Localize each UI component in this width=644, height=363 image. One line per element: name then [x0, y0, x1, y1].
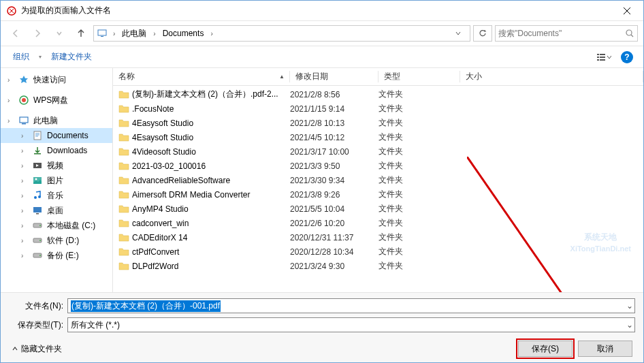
expand-icon[interactable]: › [7, 117, 14, 125]
dropdown-icon[interactable]: ⌄ [626, 301, 633, 311]
file-name: .FocusNote [132, 104, 174, 114]
sidebar-item[interactable]: ›快速访问 [1, 72, 112, 87]
sidebar-item-label: 快速访问 [33, 74, 66, 86]
file-date: 2020/12/31 11:37 [290, 233, 379, 242]
file-row[interactable]: 4Videosoft Studio2021/3/17 10:00文件夹 [113, 144, 643, 159]
svg-rect-6 [597, 57, 599, 58]
expand-icon[interactable]: › [21, 162, 28, 170]
search-input[interactable] [498, 29, 625, 38]
file-list[interactable]: (复制)-新建文本文档 (2)（合并）.pdf-2...2021/2/8 8:5… [113, 86, 643, 292]
file-row[interactable]: (复制)-新建文本文档 (2)（合并）.pdf-2...2021/2/8 8:5… [113, 87, 643, 101]
forward-button[interactable] [28, 25, 47, 42]
breadcrumb-folder[interactable]: Documents [160, 29, 207, 38]
breadcrumb-root[interactable]: 此电脑 [119, 28, 149, 40]
expand-icon[interactable]: › [7, 76, 14, 84]
sidebar-item[interactable]: ›桌面 [1, 203, 112, 218]
file-date: 2021/4/5 10:12 [290, 133, 379, 142]
file-name: 4Videosoft Studio [132, 147, 196, 157]
dropdown-icon[interactable]: ⌄ [626, 320, 633, 330]
expand-icon[interactable]: › [21, 252, 28, 259]
sidebar-item[interactable]: ›Downloads [1, 143, 112, 158]
expand-icon[interactable]: › [21, 192, 28, 200]
recent-button[interactable] [50, 25, 69, 42]
expand-icon[interactable]: › [21, 222, 28, 230]
new-folder-button[interactable]: 新建文件夹 [46, 48, 97, 65]
help-button[interactable]: ? [617, 49, 637, 65]
expand-icon[interactable]: › [21, 132, 28, 140]
file-name: 2021-03-02_100016 [132, 161, 206, 171]
file-row[interactable]: cadconvert_win2021/2/6 10:20文件夹 [113, 216, 643, 230]
file-row[interactable]: ctPdfConvert2020/12/28 10:34文件夹 [113, 244, 643, 259]
column-date[interactable]: 修改日期 [290, 68, 379, 85]
file-date: 2021/3/17 10:00 [290, 147, 379, 157]
file-row[interactable]: CADEditorX 142020/12/31 11:37文件夹 [113, 230, 643, 244]
filetype-value: 所有文件 (*.*) [71, 319, 120, 331]
sidebar-item[interactable]: ›Documents [1, 128, 112, 143]
breadcrumb-dropdown[interactable] [455, 30, 468, 37]
column-headers: 名称▲ 修改日期 类型 大小 [113, 68, 643, 86]
sidebar-item[interactable]: ›此电脑 [1, 113, 112, 128]
file-date: 2021/5/5 10:04 [290, 204, 379, 214]
search-box[interactable] [495, 25, 638, 42]
file-row[interactable]: .FocusNote2021/1/15 9:14文件夹 [113, 101, 643, 116]
file-type: 文件夹 [379, 189, 460, 200]
file-row[interactable]: DLPdf2Word2021/3/24 9:30文件夹 [113, 259, 643, 273]
svg-rect-5 [600, 54, 605, 55]
expand-icon[interactable]: › [21, 147, 28, 155]
organize-menu[interactable]: 组织 [7, 48, 35, 65]
file-type: 文件夹 [379, 131, 460, 143]
search-icon [625, 29, 634, 38]
file-row[interactable]: Aimersoft DRM Media Converter2021/3/8 9:… [113, 187, 643, 202]
file-type: 文件夹 [379, 89, 460, 100]
close-button[interactable] [611, 1, 642, 20]
drive-icon [32, 235, 43, 246]
file-row[interactable]: AnyMP4 Studio2021/5/5 10:04文件夹 [113, 202, 643, 216]
expand-icon[interactable]: › [21, 177, 28, 185]
view-options-button[interactable] [594, 49, 613, 65]
file-type: 文件夹 [379, 174, 460, 186]
refresh-button[interactable] [473, 25, 492, 42]
file-date: 2021/2/8 10:13 [290, 119, 379, 128]
sidebar-item[interactable]: ›图片 [1, 173, 112, 188]
filename-field[interactable]: (复制)-新建文本文档 (2)（合并）-001.pdf ⌄ [67, 298, 635, 313]
file-row[interactable]: 4Easysoft Studio2021/2/8 10:13文件夹 [113, 116, 643, 130]
filename-label: 文件名(N): [9, 300, 63, 312]
toolbar: 组织 ▾ 新建文件夹 ? [1, 46, 643, 68]
svg-rect-13 [22, 123, 26, 125]
filetype-field[interactable]: 所有文件 (*.*) ⌄ [67, 317, 635, 332]
column-size[interactable]: 大小 [460, 68, 643, 85]
file-row[interactable]: 2021-03-02_1000162021/3/3 9:50文件夹 [113, 159, 643, 173]
chevron-right-icon: › [149, 30, 159, 37]
save-button[interactable]: 保存(S) [518, 341, 573, 357]
file-name: AnyMP4 Studio [132, 204, 189, 214]
up-button[interactable] [71, 25, 91, 42]
file-name: DLPdf2Word [132, 262, 178, 271]
svg-rect-15 [34, 153, 41, 155]
svg-rect-4 [597, 54, 599, 55]
breadcrumb[interactable]: › 此电脑 › Documents › [93, 25, 470, 42]
back-button[interactable] [6, 25, 25, 42]
svg-point-11 [22, 98, 26, 102]
cancel-button[interactable]: 取消 [578, 341, 632, 357]
expand-icon[interactable]: › [21, 237, 28, 244]
sidebar-item[interactable]: ›本地磁盘 (C:) [1, 218, 112, 233]
sidebar-item-label: Downloads [47, 146, 87, 155]
drive-icon [32, 220, 43, 231]
sidebar-item[interactable]: ›软件 (D:) [1, 233, 112, 248]
sidebar-item[interactable]: ›视频 [1, 158, 112, 173]
column-type[interactable]: 类型 [379, 68, 460, 85]
expand-icon[interactable]: › [7, 97, 14, 104]
file-row[interactable]: 4Esaysoft Studio2021/4/5 10:12文件夹 [113, 130, 643, 144]
file-name: 4Easysoft Studio [132, 119, 193, 128]
svg-rect-1 [98, 30, 106, 35]
file-row[interactable]: AdvancedReliableSoftware2021/3/30 9:34文件… [113, 173, 643, 187]
sidebar-item-label: 此电脑 [33, 115, 58, 127]
sidebar-item[interactable]: ›备份 (E:) [1, 248, 112, 263]
column-name[interactable]: 名称▲ [113, 68, 290, 85]
sidebar-item[interactable]: ›音乐 [1, 188, 112, 203]
sidebar-item-label: Documents [47, 131, 88, 140]
file-type: 文件夹 [379, 103, 460, 114]
hide-folders-button[interactable]: 隐藏文件夹 [12, 343, 62, 355]
sidebar-item[interactable]: ›WPS网盘 [1, 93, 112, 108]
expand-icon[interactable]: › [21, 207, 28, 215]
